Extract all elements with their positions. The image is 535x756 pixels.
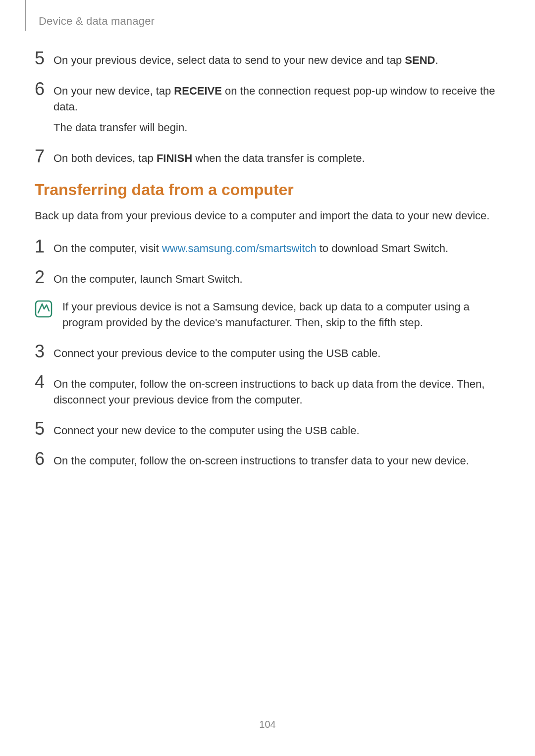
- step-line: Connect your new device to the computer …: [54, 423, 500, 439]
- step-body: Connect your previous device to the comp…: [54, 343, 500, 361]
- step-line: On both devices, tap FINISH when the dat…: [54, 151, 500, 166]
- step: 1On the computer, visit www.samsung.com/…: [35, 238, 500, 256]
- text: On the computer, follow the on-screen in…: [54, 378, 484, 406]
- step-number: 3: [35, 343, 54, 360]
- bold-text: FINISH: [157, 152, 192, 164]
- text: Connect your previous device to the comp…: [54, 347, 380, 359]
- note-text: If your previous device is not a Samsung…: [54, 299, 500, 331]
- step-line: On your previous device, select data to …: [54, 52, 500, 68]
- step-line: On the computer, follow the on-screen in…: [54, 453, 500, 469]
- note-icon: [35, 299, 54, 318]
- step-number: 5: [35, 420, 54, 438]
- step-body: On both devices, tap FINISH when the dat…: [54, 148, 500, 166]
- step: 5Connect your new device to the computer…: [35, 420, 500, 439]
- step-body: On the computer, follow the on-screen in…: [54, 450, 500, 469]
- step-body: On the computer, visit www.samsung.com/s…: [54, 238, 500, 256]
- step: 6On your new device, tap RECEIVE on the …: [35, 80, 500, 136]
- text: On the computer, launch Smart Switch.: [54, 273, 243, 285]
- text: On the computer, visit: [54, 242, 162, 254]
- step-line: On your new device, tap RECEIVE on the c…: [54, 83, 500, 115]
- text: On both devices, tap: [54, 152, 157, 164]
- step-line: On the computer, launch Smart Switch.: [54, 271, 500, 287]
- breadcrumb: Device & data manager: [39, 15, 155, 28]
- link[interactable]: www.samsung.com/smartswitch: [162, 242, 317, 254]
- bold-text: RECEIVE: [174, 85, 222, 97]
- step-line: Connect your previous device to the comp…: [54, 346, 500, 361]
- step: 3Connect your previous device to the com…: [35, 343, 500, 361]
- step-number: 5: [35, 50, 54, 67]
- step-body: Connect your new device to the computer …: [54, 420, 500, 439]
- step-line: The data transfer will begin.: [54, 120, 500, 136]
- text: when the data transfer is complete.: [192, 152, 365, 164]
- step: 5On your previous device, select data to…: [35, 50, 500, 68]
- step: 2On the computer, launch Smart Switch.: [35, 268, 500, 287]
- step-number: 4: [35, 373, 54, 391]
- step-body: On your previous device, select data to …: [54, 50, 500, 68]
- text: .: [435, 54, 438, 66]
- step: 4On the computer, follow the on-screen i…: [35, 373, 500, 408]
- step: 7On both devices, tap FINISH when the da…: [35, 148, 500, 166]
- page-number: 104: [0, 719, 535, 730]
- page-content: 5On your previous device, select data to…: [35, 50, 500, 481]
- text: On your new device, tap: [54, 85, 174, 97]
- step-number: 2: [35, 268, 54, 286]
- step-number: 6: [35, 450, 54, 468]
- step-body: On your new device, tap RECEIVE on the c…: [54, 80, 500, 136]
- note-box: If your previous device is not a Samsung…: [35, 299, 500, 331]
- step-body: On the computer, follow the on-screen in…: [54, 373, 500, 408]
- manual-page: Device & data manager 5On your previous …: [0, 0, 535, 756]
- section-heading: Transferring data from a computer: [35, 181, 500, 199]
- text: to download Smart Switch.: [317, 242, 449, 254]
- text: On your previous device, select data to …: [54, 54, 405, 66]
- step: 6On the computer, follow the on-screen i…: [35, 450, 500, 469]
- step-number: 6: [35, 80, 54, 98]
- section-intro: Back up data from your previous device t…: [35, 208, 500, 224]
- text: Connect your new device to the computer …: [54, 424, 360, 437]
- step-number: 1: [35, 238, 54, 255]
- step-line: On the computer, follow the on-screen in…: [54, 376, 500, 408]
- step-line: On the computer, visit www.samsung.com/s…: [54, 241, 500, 256]
- step-number: 7: [35, 148, 54, 165]
- step-body: On the computer, launch Smart Switch.: [54, 268, 500, 287]
- bold-text: SEND: [405, 54, 435, 66]
- text: The data transfer will begin.: [54, 121, 187, 134]
- text: On the computer, follow the on-screen in…: [54, 454, 469, 467]
- header-rule: [25, 0, 26, 31]
